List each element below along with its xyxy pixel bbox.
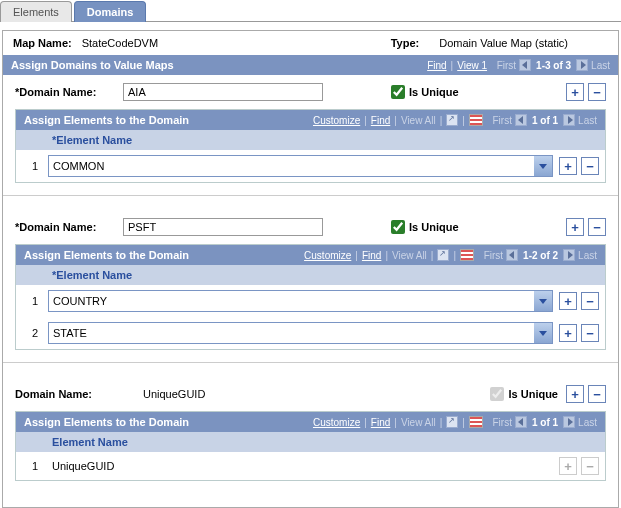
- domain-row: Domain Name: UniqueGUID Is Unique + −: [3, 377, 618, 411]
- row-count: 1 of 1: [530, 115, 560, 126]
- customize-link[interactable]: Customize: [304, 250, 351, 261]
- prev-button[interactable]: [506, 249, 518, 261]
- add-element-button[interactable]: +: [559, 324, 577, 342]
- add-element-button: +: [559, 457, 577, 475]
- element-value: COUNTRY: [53, 295, 107, 307]
- domain-name-label: *Domain Name:: [15, 221, 115, 233]
- view-all-link[interactable]: View All: [401, 417, 436, 428]
- is-unique-checkbox[interactable]: [391, 85, 405, 99]
- remove-domain-button[interactable]: −: [588, 385, 606, 403]
- popout-icon[interactable]: [446, 114, 458, 126]
- grid-icon[interactable]: [469, 114, 483, 126]
- first-label: First: [493, 417, 512, 428]
- element-row: 1 COMMON + −: [16, 150, 605, 182]
- add-element-button[interactable]: +: [559, 292, 577, 310]
- element-name-header: *Element Name: [22, 134, 132, 146]
- element-header: *Element Name: [16, 130, 605, 150]
- find-link[interactable]: Find: [427, 60, 446, 71]
- element-value: STATE: [53, 327, 87, 339]
- domain-name-label: Domain Name:: [15, 388, 115, 400]
- element-select[interactable]: COMMON: [48, 155, 553, 177]
- chevron-down-icon[interactable]: [534, 156, 552, 176]
- first-label: First: [493, 115, 512, 126]
- next-button[interactable]: [563, 249, 575, 261]
- customize-link[interactable]: Customize: [313, 417, 360, 428]
- prev-button[interactable]: [515, 416, 527, 428]
- element-header: Element Name: [16, 432, 605, 452]
- type-value: Domain Value Map (static): [439, 37, 568, 49]
- customize-link[interactable]: Customize: [313, 115, 360, 126]
- is-unique-label: Is Unique: [508, 388, 558, 400]
- row-number: 1: [22, 460, 42, 472]
- assign-elements-box: Assign Elements to the Domain Customize|…: [15, 244, 606, 350]
- domain-row: *Domain Name: Is Unique + −: [3, 210, 618, 244]
- view1-link[interactable]: View 1: [457, 60, 487, 71]
- assign-elements-title: Assign Elements to the Domain: [24, 249, 304, 261]
- type-label: Type:: [391, 37, 420, 49]
- chevron-down-icon[interactable]: [534, 323, 552, 343]
- remove-element-button[interactable]: −: [581, 292, 599, 310]
- chevron-down-icon[interactable]: [534, 291, 552, 311]
- assign-elements-title: Assign Elements to the Domain: [24, 114, 313, 126]
- element-row: 2 STATE + −: [16, 317, 605, 349]
- first-label: First: [484, 250, 503, 261]
- prev-button[interactable]: [515, 114, 527, 126]
- last-label: Last: [578, 250, 597, 261]
- tab-elements[interactable]: Elements: [0, 1, 72, 22]
- row-count: 1-2 of 2: [521, 250, 560, 261]
- next-button[interactable]: [576, 59, 588, 71]
- find-link[interactable]: Find: [362, 250, 381, 261]
- popout-icon[interactable]: [437, 249, 449, 261]
- view-all-link[interactable]: View All: [392, 250, 427, 261]
- element-value: COMMON: [53, 160, 104, 172]
- assign-elements-box: Assign Elements to the Domain Customize|…: [15, 411, 606, 481]
- is-unique-label: Is Unique: [409, 221, 459, 233]
- last-label: Last: [591, 60, 610, 71]
- map-header: Map Name: StateCodeDVM Type: Domain Valu…: [3, 31, 618, 55]
- is-unique-checkbox[interactable]: [391, 220, 405, 234]
- assign-elements-bar: Assign Elements to the Domain Customize|…: [16, 110, 605, 130]
- map-name-label: Map Name:: [13, 37, 72, 49]
- view-all-link[interactable]: View All: [401, 115, 436, 126]
- prev-button[interactable]: [519, 59, 531, 71]
- element-value: UniqueGUID: [48, 457, 553, 475]
- row-number: 2: [22, 327, 42, 339]
- domain-name-input[interactable]: [123, 83, 323, 101]
- remove-element-button[interactable]: −: [581, 157, 599, 175]
- assign-domains-bar: Assign Domains to Value Maps Find | View…: [3, 55, 618, 75]
- assign-domains-title: Assign Domains to Value Maps: [11, 59, 427, 71]
- remove-domain-button[interactable]: −: [588, 218, 606, 236]
- find-link[interactable]: Find: [371, 417, 390, 428]
- element-select[interactable]: COUNTRY: [48, 290, 553, 312]
- tab-domains[interactable]: Domains: [74, 1, 146, 22]
- last-label: Last: [578, 417, 597, 428]
- element-select[interactable]: STATE: [48, 322, 553, 344]
- domain-name-input[interactable]: [123, 218, 323, 236]
- element-row: 1 UniqueGUID + −: [16, 452, 605, 480]
- last-label: Last: [578, 115, 597, 126]
- element-row: 1 COUNTRY + −: [16, 285, 605, 317]
- assign-elements-bar: Assign Elements to the Domain Customize|…: [16, 412, 605, 432]
- remove-domain-button[interactable]: −: [588, 83, 606, 101]
- row-number: 1: [22, 160, 42, 172]
- add-element-button[interactable]: +: [559, 157, 577, 175]
- next-button[interactable]: [563, 114, 575, 126]
- element-name-header: Element Name: [22, 436, 128, 448]
- row-number: 1: [22, 295, 42, 307]
- tabs: Elements Domains: [0, 0, 621, 22]
- assign-elements-title: Assign Elements to the Domain: [24, 416, 313, 428]
- remove-element-button[interactable]: −: [581, 324, 599, 342]
- element-name-header: *Element Name: [22, 269, 132, 281]
- first-label: First: [497, 60, 516, 71]
- grid-icon[interactable]: [460, 249, 474, 261]
- find-link[interactable]: Find: [371, 115, 390, 126]
- is-unique-checkbox: [490, 387, 504, 401]
- add-domain-button[interactable]: +: [566, 83, 584, 101]
- add-domain-button[interactable]: +: [566, 218, 584, 236]
- grid-icon[interactable]: [469, 416, 483, 428]
- row-count: 1 of 1: [530, 417, 560, 428]
- assign-elements-box: Assign Elements to the Domain Customize|…: [15, 109, 606, 183]
- next-button[interactable]: [563, 416, 575, 428]
- add-domain-button[interactable]: +: [566, 385, 584, 403]
- popout-icon[interactable]: [446, 416, 458, 428]
